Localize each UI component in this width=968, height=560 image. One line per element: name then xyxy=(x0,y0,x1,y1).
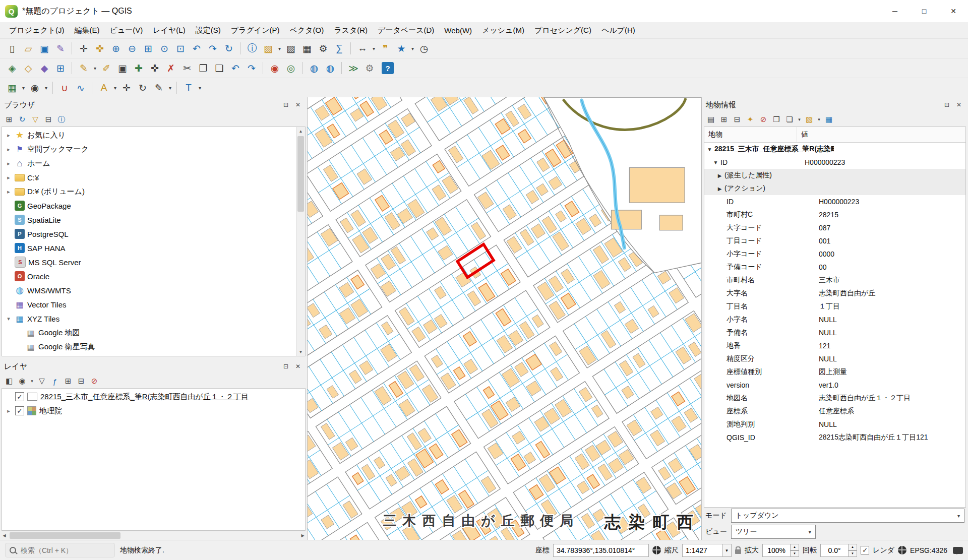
datasource-manager-icon[interactable]: ⊞ xyxy=(52,60,69,76)
temporal-controller-icon[interactable]: ◷ xyxy=(416,40,432,56)
spin-down-icon[interactable]: ▾ xyxy=(791,550,799,557)
feature-info-row[interactable]: 座標系 任意座標系 xyxy=(704,405,965,418)
print-response-icon[interactable]: ❏ xyxy=(783,113,796,126)
select-features-dropdown[interactable]: ▾ xyxy=(276,40,283,56)
scroll-up-icon[interactable]: ▲ xyxy=(299,127,303,135)
menu-view[interactable]: ビュー(V) xyxy=(105,23,148,38)
float-panel-icon[interactable]: ⊡ xyxy=(281,361,291,371)
menu-plugins[interactable]: プラグイン(P) xyxy=(226,23,285,38)
expand-arrow-icon[interactable]: ▾ xyxy=(5,316,12,322)
feature-info-row[interactable]: 小字コード 0000 xyxy=(704,247,965,261)
menu-layer[interactable]: レイヤ(L) xyxy=(148,23,190,38)
layer-visibility-dropdown[interactable]: ▾ xyxy=(43,80,49,96)
menu-web[interactable]: Web(W) xyxy=(439,24,477,37)
expand-arrow-icon[interactable]: ▶ xyxy=(716,186,723,192)
feature-info-row[interactable]: 丁目コード 001 xyxy=(704,234,965,247)
undo-icon[interactable]: ↶ xyxy=(227,60,244,76)
current-edits-dropdown[interactable]: ▾ xyxy=(92,60,98,76)
redo-icon[interactable]: ↷ xyxy=(244,60,260,76)
browser-item-spatialite[interactable]: S SpatiaLite xyxy=(2,213,296,227)
bookmark-dropdown[interactable]: ▾ xyxy=(409,40,416,56)
extent-globe-icon[interactable] xyxy=(652,546,661,554)
browser-item-vector-tiles[interactable]: ▦ Vector Tiles xyxy=(2,297,296,312)
pan-to-selection-icon[interactable]: ✜ xyxy=(92,40,108,56)
processing-toolbox-icon[interactable]: ⚙ xyxy=(315,40,331,56)
feature-info-row[interactable]: 大字名 志染町西自由が丘 xyxy=(704,287,965,300)
scroll-left-icon[interactable]: ◀ xyxy=(0,533,9,538)
expand-arrow-icon[interactable]: ▸ xyxy=(5,174,12,181)
map-theme-dropdown[interactable]: ▾ xyxy=(20,80,27,96)
rotation-spinbox[interactable]: ▴ ▾ xyxy=(820,544,857,557)
messages-icon[interactable] xyxy=(953,547,963,554)
magnifier-spinbox[interactable]: ▴ ▾ xyxy=(762,544,799,557)
settings-dropdown[interactable]: ▾ xyxy=(816,113,822,126)
expand-new-results-icon[interactable]: ✦ xyxy=(744,113,756,126)
copy-feature-icon[interactable]: ❐ xyxy=(770,113,782,126)
browser-item-home[interactable]: ▸ ⌂ ホーム xyxy=(2,156,296,170)
cut-features-icon[interactable]: ✂ xyxy=(179,60,195,76)
remove-layer-icon[interactable]: ⊘ xyxy=(88,375,100,387)
feature-info-row[interactable]: 座標値種別 図上測量 xyxy=(704,365,965,379)
rotation-input[interactable] xyxy=(820,544,849,557)
expand-tree-icon[interactable]: ⊞ xyxy=(718,113,730,126)
feature-info-row[interactable]: ▶ (派生した属性) xyxy=(704,169,965,182)
maximize-button[interactable]: □ xyxy=(910,0,939,22)
float-panel-icon[interactable]: ⊡ xyxy=(942,100,952,110)
browser-scrollbar[interactable]: ▲ ▼ xyxy=(296,127,305,356)
expand-arrow-icon[interactable]: ▸ xyxy=(5,408,12,414)
scroll-down-icon[interactable]: ▼ xyxy=(299,348,303,356)
scrollbar-thumb[interactable] xyxy=(10,532,120,539)
browser-item-spatial-bookmarks[interactable]: ▸ ⚑ 空間ブックマーク xyxy=(2,142,296,156)
browser-item-d-drive[interactable]: ▸ D:¥ (ボリューム) xyxy=(2,184,296,199)
menu-project[interactable]: プロジェクト(J) xyxy=(4,23,70,38)
map-theme-icon[interactable]: ▦ xyxy=(4,80,20,96)
web-service-icon[interactable]: ◍ xyxy=(322,60,338,76)
deselect-features-icon[interactable]: ▨ xyxy=(283,40,299,56)
identify-features-icon[interactable]: ⓘ xyxy=(244,40,260,56)
zoom-to-layer-icon[interactable]: ⊡ xyxy=(172,40,189,56)
expand-arrow-icon[interactable]: ▸ xyxy=(5,189,12,195)
feature-info-row[interactable]: QGIS_ID 28215志染町西自由が丘１丁目121 xyxy=(704,431,965,444)
new-geopackage-layer-icon[interactable]: ◈ xyxy=(4,60,20,76)
float-panel-icon[interactable]: ⊡ xyxy=(281,100,291,110)
scrollbar-thumb[interactable] xyxy=(297,136,304,212)
help-icon[interactable]: ? xyxy=(382,62,394,74)
collapse-all-layers-icon[interactable]: ⊟ xyxy=(75,375,87,387)
scale-dropdown-icon[interactable]: ▾ xyxy=(722,544,732,557)
add-selected-layers-icon[interactable]: ⊞ xyxy=(3,113,15,126)
paste-features-icon[interactable]: ❏ xyxy=(211,60,227,76)
filter-legend-icon[interactable]: ▽ xyxy=(36,375,48,387)
open-layer-styling-icon[interactable]: ◧ xyxy=(3,375,15,387)
labeling-dropdown[interactable]: ▾ xyxy=(112,80,118,96)
close-panel-icon[interactable]: ✕ xyxy=(954,100,964,110)
osm-place-search-icon[interactable]: ◉ xyxy=(267,60,283,76)
text-annotation-icon[interactable]: T xyxy=(180,80,197,96)
spin-up-icon[interactable]: ▴ xyxy=(849,544,857,550)
current-edits-icon[interactable]: ✎ xyxy=(76,60,92,76)
magnifier-input[interactable] xyxy=(762,544,791,557)
expand-arrow-icon[interactable]: ▸ xyxy=(5,146,12,153)
menu-help[interactable]: ヘルプ(H) xyxy=(596,23,640,38)
scale-input[interactable] xyxy=(682,544,722,557)
refresh-browser-icon[interactable]: ↻ xyxy=(16,113,28,126)
tracing-icon[interactable]: ∿ xyxy=(73,80,89,96)
python-console-icon[interactable]: ≫ xyxy=(345,60,361,76)
expand-arrow-icon[interactable]: ▼ xyxy=(712,160,719,165)
snapping-icon[interactable]: ∪ xyxy=(56,80,73,96)
expand-arrow-icon[interactable]: ▸ xyxy=(5,132,12,139)
view-select[interactable]: ツリー ▾ xyxy=(731,525,816,539)
attribute-table-view-icon[interactable]: ▦ xyxy=(823,113,835,126)
save-layer-edits-icon[interactable]: ▣ xyxy=(114,60,131,76)
toggle-editing-icon[interactable]: ✐ xyxy=(98,60,114,76)
menu-mesh[interactable]: メッシュ(M) xyxy=(477,23,529,38)
metasearch-icon[interactable]: ◍ xyxy=(306,60,322,76)
zoom-in-icon[interactable]: ⊕ xyxy=(108,40,124,56)
style-manager-icon[interactable]: ✎ xyxy=(52,40,69,56)
new-project-icon[interactable]: ▯ xyxy=(4,40,20,56)
spin-down-icon[interactable]: ▾ xyxy=(849,550,857,557)
vertex-tool-icon[interactable]: ✜ xyxy=(147,60,163,76)
identify-mode-dropdown[interactable]: ▾ xyxy=(797,113,802,126)
new-shapefile-layer-icon[interactable]: ◇ xyxy=(20,60,36,76)
rotate-label-icon[interactable]: ↻ xyxy=(135,80,151,96)
feature-info-row[interactable]: 小字名 NULL xyxy=(704,313,965,326)
